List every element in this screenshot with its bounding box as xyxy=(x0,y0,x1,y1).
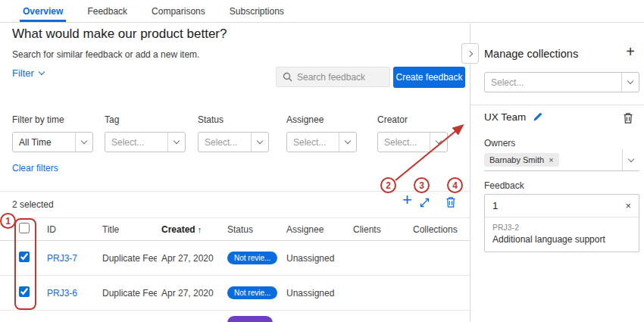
dropdown-value: Select... xyxy=(111,137,144,148)
column-header-status[interactable]: Status xyxy=(223,224,282,235)
column-header-assignee[interactable]: Assignee xyxy=(282,224,349,235)
collection-name: UX Team xyxy=(484,111,526,123)
column-header-collections[interactable]: Collections xyxy=(408,224,470,235)
feedback-title: Duplicate Fee... xyxy=(98,288,157,299)
dropdown-value: Select... xyxy=(293,137,326,148)
remove-owner-icon[interactable]: × xyxy=(549,155,553,164)
filter-by-time-dropdown[interactable]: All Time xyxy=(12,132,93,152)
chevron-down-icon xyxy=(436,138,442,144)
column-header-title[interactable]: Title xyxy=(98,224,157,235)
chevron-down-icon xyxy=(628,155,634,161)
row-checkbox[interactable] xyxy=(19,252,30,262)
divider xyxy=(0,191,470,192)
delete-button[interactable] xyxy=(445,196,456,208)
assignee-value: Unassigned xyxy=(282,288,349,299)
creator-dropdown[interactable]: Select... xyxy=(377,132,448,152)
owners-select[interactable]: Barnaby Smith × xyxy=(484,149,639,171)
assignee-value: Unassigned xyxy=(282,253,349,264)
column-header-created[interactable]: Created↑ xyxy=(157,224,223,235)
search-icon xyxy=(283,72,292,82)
tag-label: Tag xyxy=(105,114,186,125)
dropdown-value: All Time xyxy=(19,137,52,148)
search-input[interactable] xyxy=(297,72,383,83)
selected-count: 2 selected xyxy=(12,199,54,210)
chevron-down-icon xyxy=(627,78,633,84)
feedback-title: Duplicate Fee... xyxy=(98,253,157,264)
tab-overview[interactable]: Overview xyxy=(11,0,75,22)
table-header-row: ID Title Created↑ Status Assignee Client… xyxy=(0,217,470,241)
column-header-id[interactable]: ID xyxy=(42,224,98,235)
chevron-down-icon xyxy=(257,138,263,144)
add-collection-button[interactable]: + xyxy=(626,44,635,59)
status-label: Status xyxy=(198,114,269,125)
tab-comparisons[interactable]: Comparisons xyxy=(139,0,217,22)
remove-feedback-icon[interactable]: × xyxy=(625,200,631,211)
table-row[interactable]: PRJ3-7 Duplicate Fee... Apr 27, 2020 Not… xyxy=(0,241,470,276)
dropdown-value: Select... xyxy=(384,137,417,148)
status-badge[interactable]: Not revie... xyxy=(227,252,277,264)
edit-collection-icon[interactable] xyxy=(533,112,542,122)
owners-label: Owners xyxy=(484,138,515,148)
chevron-down-icon xyxy=(81,138,87,144)
column-header-clients[interactable]: Clients xyxy=(349,224,408,235)
filter-toggle[interactable]: Filter xyxy=(12,67,44,79)
search-box xyxy=(276,67,390,87)
tab-feedback[interactable]: Feedback xyxy=(75,0,139,22)
create-feedback-button[interactable]: Create feedback xyxy=(393,67,465,88)
merge-icon xyxy=(419,197,430,208)
assignee-dropdown[interactable]: Select... xyxy=(286,132,357,152)
row-checkbox[interactable] xyxy=(19,286,30,297)
collection-feedback-box: 1 × PRJ3-2 Additional language support xyxy=(484,194,639,252)
creator-label: Creator xyxy=(377,114,448,125)
delete-collection-icon[interactable] xyxy=(623,112,633,127)
tag-dropdown[interactable]: Select... xyxy=(105,132,186,152)
assignee-label: Assignee xyxy=(286,114,357,125)
chevron-down-icon xyxy=(174,138,180,144)
filter-toggle-label: Filter xyxy=(12,67,34,79)
chevron-right-icon xyxy=(466,50,472,56)
table-row[interactable]: PRJ3-6 Duplicate Fee... Apr 27, 2020 Not… xyxy=(0,276,470,311)
feedback-list-item[interactable]: PRJ3-2 Additional language support xyxy=(485,217,639,252)
collapse-panel-button[interactable] xyxy=(461,43,479,64)
trash-icon xyxy=(445,196,456,208)
feedback-item-title: Additional language support xyxy=(492,234,631,245)
add-to-collection-button[interactable]: + xyxy=(402,192,412,208)
collection-select-dropdown[interactable]: Select... xyxy=(484,72,639,92)
filter-by-time-label: Filter by time xyxy=(12,114,93,125)
sort-ascending-icon: ↑ xyxy=(198,225,202,234)
feedback-item-id: PRJ3-2 xyxy=(492,223,631,232)
select-all-checkbox[interactable] xyxy=(19,223,30,233)
dropdown-value: Select... xyxy=(491,77,524,88)
main-panel: What would make our product better? Sear… xyxy=(0,23,470,322)
chevron-down-icon xyxy=(345,138,351,144)
created-date: Apr 27, 2020 xyxy=(157,288,223,299)
status-dropdown[interactable]: Select... xyxy=(198,132,269,152)
manage-collections-panel: Manage collections + Select... UX Team O… xyxy=(470,23,644,322)
clear-filters-link[interactable]: Clear filters xyxy=(12,163,58,174)
feedback-table: ID Title Created↑ Status Assignee Client… xyxy=(0,217,470,311)
merge-button[interactable] xyxy=(419,197,430,208)
status-badge-partial xyxy=(227,316,273,322)
tab-subscriptions[interactable]: Subscriptions xyxy=(217,0,296,22)
page-subtitle: Search for similar feedback or add a new… xyxy=(12,49,199,60)
feedback-label: Feedback xyxy=(484,180,524,191)
panel-title: Manage collections xyxy=(484,48,578,60)
tab-bar: Overview Feedback Comparisons Subscripti… xyxy=(0,0,644,23)
owner-chip: Barnaby Smith × xyxy=(484,153,559,167)
status-badge[interactable]: Not revie... xyxy=(227,286,277,299)
feedback-id-link[interactable]: PRJ3-6 xyxy=(42,288,98,299)
dropdown-value: Select... xyxy=(205,137,237,148)
feedback-count: 1 xyxy=(492,200,498,211)
chevron-down-icon xyxy=(39,69,45,75)
feedback-id-link[interactable]: PRJ3-7 xyxy=(42,253,98,264)
page-title: What would make our product better? xyxy=(12,27,227,42)
created-date: Apr 27, 2020 xyxy=(157,253,223,264)
owner-name: Barnaby Smith xyxy=(489,155,544,164)
divider xyxy=(470,105,644,105)
